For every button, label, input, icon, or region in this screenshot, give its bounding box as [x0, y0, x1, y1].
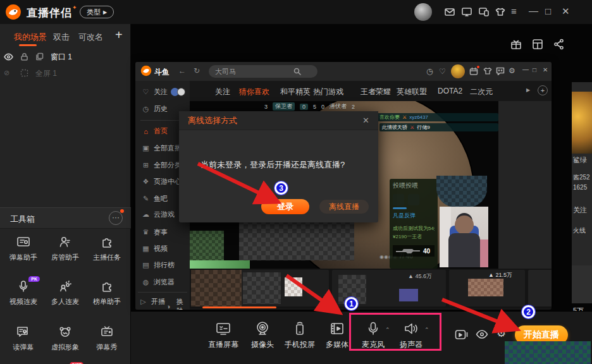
- lock-icon[interactable]: [20, 52, 28, 61]
- side-history[interactable]: ◷历史: [142, 104, 168, 114]
- browser-close[interactable]: ✕: [543, 66, 548, 73]
- side-yuba[interactable]: ✎鱼吧: [142, 194, 168, 203]
- side-webgame-center[interactable]: ❖页游中心: [142, 177, 182, 186]
- feed-link[interactable]: 凡是反弹: [393, 212, 435, 220]
- blurred-thumbnail: [285, 277, 302, 296]
- hidden-icon[interactable]: ⊘: [4, 69, 9, 77]
- dialog-close-icon[interactable]: ✕: [362, 116, 369, 125]
- toolbar-live-screen[interactable]: 直播屏幕: [201, 320, 245, 350]
- tool-virtual-avatar[interactable]: 虚拟形象: [45, 324, 85, 352]
- feed-slot[interactable]: [408, 194, 419, 205]
- nav-tab-erciyuan[interactable]: 二次元: [470, 87, 493, 97]
- settings-gear-icon[interactable]: ⚙: [509, 66, 515, 75]
- eye-icon[interactable]: [4, 53, 13, 61]
- team-right: 潜伏者: [330, 102, 347, 111]
- nav-add-button[interactable]: +: [538, 85, 548, 95]
- chevron-right-icon: ▶: [103, 9, 107, 15]
- tab-double-click[interactable]: 双击: [53, 32, 70, 43]
- add-scene-button[interactable]: +: [115, 28, 123, 42]
- side-start-broadcast[interactable]: ▷开播: [139, 297, 165, 306]
- maximize-button[interactable]: □: [545, 6, 551, 16]
- stream-thumbnail[interactable]: ▲ 21.5万: [449, 270, 525, 306]
- thumbnail-row: ▲ 45.6万 ▲ 21.5万 ↻: [190, 269, 552, 308]
- share-icon[interactable]: [553, 38, 565, 51]
- search-box[interactable]: [209, 65, 318, 78]
- tshirt-skin-icon[interactable]: [483, 67, 492, 75]
- refresh-icon[interactable]: ↻: [194, 66, 200, 75]
- minimize-button[interactable]: —: [529, 6, 538, 16]
- tool-rank-assistant[interactable]: 榜单助手: [87, 279, 127, 306]
- nav-tab-wangzhe[interactable]: 王者荣耀: [361, 87, 391, 97]
- blurred-thumbnail: [243, 272, 281, 304]
- stream-thumbnail[interactable]: ↻: [528, 270, 552, 306]
- browser-minimize[interactable]: —: [522, 66, 529, 73]
- side-cloud-game[interactable]: ☁云游戏: [142, 210, 175, 219]
- toolbox-more-button[interactable]: ···: [109, 211, 123, 225]
- back-icon[interactable]: ←: [178, 66, 186, 75]
- copy-icon[interactable]: [35, 52, 44, 61]
- preview-eye-icon[interactable]: [476, 329, 488, 339]
- home-icon: ⌂: [142, 128, 150, 135]
- login-button[interactable]: 登录: [261, 199, 309, 214]
- live-monitor-icon[interactable]: [462, 8, 472, 16]
- calendar-icon[interactable]: [469, 67, 478, 76]
- scene-item-fullscreen1[interactable]: 全屏 1: [35, 68, 57, 79]
- douyu-logo-text: 斗鱼: [154, 67, 170, 78]
- feed-slot[interactable]: [393, 194, 404, 205]
- strip-follow[interactable]: 关注: [573, 205, 592, 215]
- side-esports[interactable]: ♛赛事: [142, 228, 168, 237]
- devices-icon[interactable]: [479, 8, 489, 16]
- tool-read-danmu[interactable]: 读弹幕: [3, 324, 44, 352]
- close-button[interactable]: ✕: [562, 6, 570, 16]
- search-input[interactable]: [214, 67, 290, 76]
- side-change-skin[interactable]: ◑换肤: [164, 297, 190, 310]
- offline-live-button[interactable]: 离线直播: [319, 200, 369, 214]
- nav-more-arrow[interactable]: ▶: [526, 87, 530, 93]
- stream-thumbnail[interactable]: [191, 270, 329, 306]
- gift-box-icon[interactable]: [510, 38, 522, 51]
- tool-anchor-task[interactable]: 主播任务: [87, 234, 127, 262]
- nav-tab-lol[interactable]: 英雄联盟: [397, 87, 427, 97]
- side-all-live[interactable]: ▣全部直播: [142, 143, 182, 153]
- settings-gear-icon[interactable]: ⚙: [496, 327, 506, 340]
- side-browser[interactable]: ◍浏览器: [142, 277, 175, 287]
- tool-video-link-mic[interactable]: PK 视频连麦: [3, 279, 44, 306]
- nav-tab-dota2[interactable]: DOTA2: [438, 87, 462, 95]
- streamer-head: [455, 215, 474, 234]
- menu-icon[interactable]: ≡: [511, 6, 517, 16]
- tab-renameable[interactable]: 可改名: [78, 32, 103, 43]
- frame-icon[interactable]: [20, 69, 28, 77]
- history-clock-icon[interactable]: ◷: [426, 67, 433, 76]
- scene-item-window1[interactable]: 窗口 1: [51, 52, 72, 63]
- blurred-block: [399, 289, 418, 301]
- tool-room-admin[interactable]: 房管助手: [45, 234, 85, 262]
- nav-tab-hepingjingying[interactable]: 和平精英: [280, 87, 311, 97]
- layout-icon[interactable]: [531, 38, 544, 51]
- nav-tab-follow[interactable]: 关注: [215, 87, 230, 97]
- blurred-watermark-region: [505, 341, 591, 364]
- view-count: ▲ 45.6万: [408, 272, 432, 281]
- tool-danmu-show[interactable]: 弹幕秀: [87, 324, 127, 352]
- side-ranking[interactable]: ▤排行榜: [142, 260, 175, 270]
- tab-my-scenes[interactable]: 我的场景: [14, 32, 47, 43]
- side-video[interactable]: ▦视频: [142, 244, 168, 253]
- side-follow[interactable]: ♡关注: [142, 87, 168, 97]
- nav-tab-hot-games[interactable]: 热门游戏: [313, 87, 343, 97]
- follow-avatar-2[interactable]: [177, 88, 185, 96]
- tool-multi-link-mic[interactable]: 多人连麦: [45, 279, 85, 306]
- record-icon[interactable]: [455, 329, 469, 341]
- type-button-label: 类型: [87, 8, 101, 17]
- tool-label: 弹幕助手: [3, 253, 44, 262]
- type-button[interactable]: 类型 ▶: [80, 6, 114, 18]
- heart-icon[interactable]: ♡: [439, 67, 446, 76]
- nav-tab-recommend[interactable]: 猜你喜欢: [239, 87, 269, 97]
- tool-danmu-assistant[interactable]: 弹幕助手: [3, 234, 44, 262]
- mail-icon[interactable]: [445, 8, 455, 16]
- feedback-chat-icon[interactable]: [496, 67, 505, 75]
- streamer-avatar[interactable]: [451, 64, 465, 78]
- side-home[interactable]: ⌂首页: [142, 126, 168, 136]
- user-avatar[interactable]: [414, 3, 432, 21]
- tshirt-icon[interactable]: [495, 8, 505, 16]
- side-all-categories[interactable]: ⊞全部分类: [142, 161, 182, 170]
- browser-maximize[interactable]: □: [533, 66, 536, 73]
